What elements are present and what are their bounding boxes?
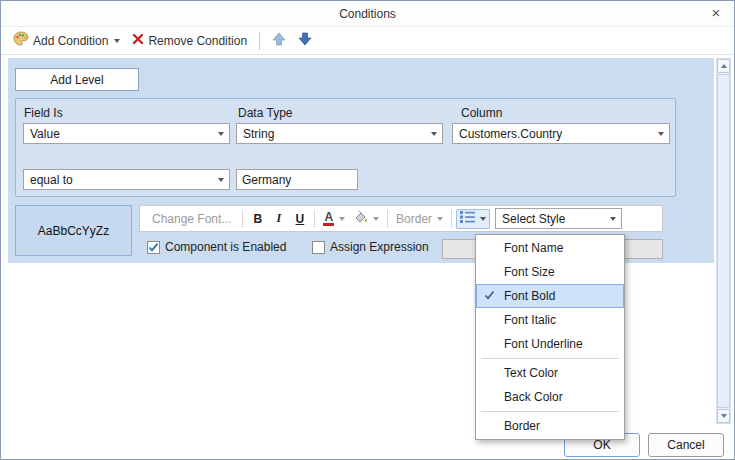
arrow-up-icon (272, 32, 286, 49)
move-up-button[interactable] (266, 29, 292, 52)
text-color-button[interactable]: A (319, 209, 349, 229)
field-is-combo[interactable]: Value (23, 123, 230, 144)
operator-combo[interactable]: equal to (23, 169, 230, 190)
move-down-button[interactable] (292, 29, 318, 52)
add-level-button[interactable]: Add Level (15, 68, 139, 91)
assign-expression-checkbox[interactable]: Assign Expression (312, 240, 429, 254)
style-options-button[interactable] (456, 209, 490, 229)
menu-item-label: Border (504, 419, 540, 433)
menu-separator (481, 358, 619, 359)
menu-item-font-bold[interactable]: Font Bold (476, 284, 624, 308)
toolbar: Add Condition Remove Condition (1, 27, 734, 55)
condition-value-input[interactable] (236, 169, 358, 190)
remove-condition-label: Remove Condition (148, 34, 247, 48)
check-icon (484, 290, 495, 304)
border-button[interactable]: Border (392, 209, 447, 229)
paint-bucket-icon (353, 210, 368, 227)
menu-item-label: Back Color (504, 390, 563, 404)
menu-item-border[interactable]: Border (476, 414, 624, 438)
arrow-down-icon (298, 32, 312, 49)
triangle-down-icon (721, 414, 727, 418)
menu-item-font-name[interactable]: Font Name (476, 236, 624, 260)
scroll-down-button[interactable] (717, 409, 730, 423)
vertical-scrollbar[interactable] (716, 58, 731, 424)
palette-icon (13, 31, 29, 50)
close-icon[interactable]: × (708, 5, 724, 21)
menu-item-label: Font Underline (504, 337, 583, 351)
dialog-title: Conditions (339, 7, 396, 21)
chevron-down-icon (656, 132, 669, 136)
menu-item-font-italic[interactable]: Font Italic (476, 308, 624, 332)
assign-expression-label: Assign Expression (330, 240, 429, 254)
column-label: Column (461, 106, 502, 120)
menu-separator (481, 411, 619, 412)
scrollbar-thumb[interactable] (717, 74, 730, 408)
text-color-icon: A (323, 211, 334, 226)
menu-item-text-color[interactable]: Text Color (476, 361, 624, 385)
back-color-button[interactable] (349, 209, 383, 229)
menu-item-font-size[interactable]: Font Size (476, 260, 624, 284)
checkbox-unchecked-icon (312, 241, 325, 254)
menu-item-label: Font Italic (504, 313, 556, 327)
format-separator (242, 210, 243, 228)
style-context-menu: Font Name Font Size Font Bold Font Itali… (475, 234, 625, 440)
chevron-down-icon (437, 217, 443, 221)
component-enabled-label: Component is Enabled (165, 240, 286, 254)
column-value: Customers.Country (459, 127, 562, 141)
chevron-down-icon (608, 217, 621, 221)
chevron-down-icon (480, 217, 486, 221)
data-type-value: String (243, 127, 274, 141)
add-condition-button[interactable]: Add Condition (7, 28, 126, 53)
menu-item-font-underline[interactable]: Font Underline (476, 332, 624, 356)
style-list-icon (460, 211, 475, 226)
style-preview: AaBbCcYyZz (15, 205, 132, 256)
menu-item-label: Text Color (504, 366, 558, 380)
change-font-button[interactable]: Change Font... (145, 212, 238, 226)
format-separator (387, 210, 388, 228)
remove-condition-button[interactable]: Remove Condition (126, 30, 253, 51)
data-type-label: Data Type (238, 106, 292, 120)
underline-button[interactable]: U (289, 209, 310, 229)
chevron-down-icon (216, 132, 229, 136)
conditions-dialog: Conditions × Add Condition Remove Condit… (0, 0, 735, 460)
component-enabled-checkbox[interactable]: Component is Enabled (147, 240, 286, 254)
checkbox-checked-icon (147, 241, 160, 254)
column-combo[interactable]: Customers.Country (452, 123, 670, 144)
title-bar: Conditions × (1, 1, 734, 27)
menu-item-back-color[interactable]: Back Color (476, 385, 624, 409)
chevron-down-icon (114, 39, 120, 43)
format-separator (451, 210, 452, 228)
select-style-value: Select Style (502, 212, 565, 226)
format-toolbar: Change Font... B I U A Border (139, 205, 663, 232)
conditions-panel: Add Level Field Is Data Type Column Valu… (8, 58, 714, 263)
toolbar-separator (259, 32, 260, 50)
chevron-down-icon (429, 132, 442, 136)
cancel-button[interactable]: Cancel (648, 433, 724, 457)
chevron-down-icon (216, 178, 229, 182)
menu-item-label: Font Size (504, 265, 555, 279)
bold-button[interactable]: B (247, 209, 268, 229)
format-separator (314, 210, 315, 228)
field-is-value: Value (30, 127, 60, 141)
select-style-combo[interactable]: Select Style (495, 208, 622, 229)
triangle-up-icon (721, 64, 727, 68)
border-label: Border (396, 212, 432, 226)
menu-item-label: Font Name (504, 241, 563, 255)
data-type-combo[interactable]: String (236, 123, 443, 144)
italic-button[interactable]: I (268, 209, 289, 229)
chevron-down-icon (373, 217, 379, 221)
scroll-up-button[interactable] (717, 59, 730, 73)
operator-value: equal to (30, 173, 73, 187)
chevron-down-icon (339, 217, 345, 221)
menu-item-label: Font Bold (504, 289, 555, 303)
condition-group: Field Is Data Type Column Value String C… (15, 98, 676, 197)
field-is-label: Field Is (24, 106, 63, 120)
remove-x-icon (132, 33, 144, 48)
add-condition-label: Add Condition (33, 34, 108, 48)
